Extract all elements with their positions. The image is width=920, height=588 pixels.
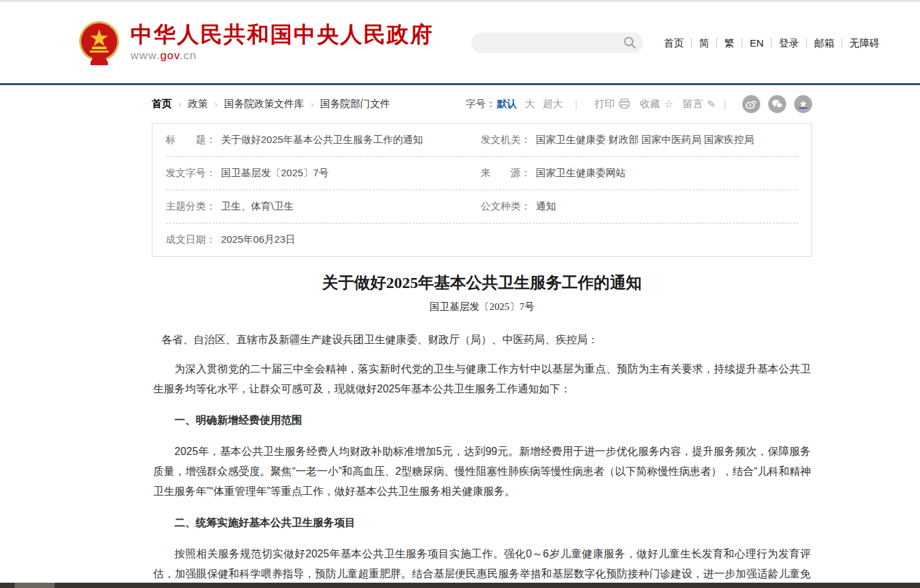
meta-empty-cell [481, 233, 798, 246]
meta-row-date: 成文日期： 2025年06月23日 [166, 223, 798, 256]
nav-mailbox[interactable]: 邮箱 [806, 38, 841, 48]
toolbar-divider: | [575, 98, 577, 110]
meta-row-category-type: 主题分类： 卫生、体育\卫生 公文种类： 通知 [166, 190, 798, 223]
meta-source-value: 国家卫生健康委网站 [536, 167, 626, 180]
pencil-icon: ✎ [707, 98, 716, 110]
article-section-heading-2: 二、统筹实施好基本公共卫生服务项目 [153, 513, 811, 533]
breadcrumb-department-docs[interactable]: 国务院部门文件 [320, 98, 390, 110]
wechat-icon [772, 99, 783, 108]
search-icon[interactable] [623, 36, 636, 49]
article-paragraph: 按照相关服务规范切实做好2025年基本公共卫生服务项目实施工作。强化0～6岁儿童… [153, 544, 811, 588]
meta-category-label: 主题分类： [166, 200, 216, 213]
article-doc-number: 国卫基层发〔2025〕7号 [152, 301, 812, 313]
font-size-large-button[interactable]: 大 [525, 98, 535, 110]
meta-source-label: 来 源： [481, 167, 531, 180]
favorite-label: 收藏 [640, 98, 660, 110]
breadcrumb-toolbar-row: 首页 › 政策 › 国务院政策文件库 › 国务院部门文件 字号： 默认 大 超大… [152, 96, 812, 112]
nav-home[interactable]: 首页 [656, 38, 691, 48]
breadcrumb: 首页 › 政策 › 国务院政策文件库 › 国务院部门文件 [152, 98, 390, 110]
nav-accessibility[interactable]: 无障碍 [841, 38, 887, 48]
article-body: 各省、自治区、直辖市及新疆生产建设兵团卫生健康委、财政厅（局）、中医药局、疾控局… [152, 330, 812, 588]
meta-category-value: 卫生、体育\卫生 [221, 200, 294, 213]
meta-type-label: 公文种类： [481, 200, 531, 213]
breadcrumb-separator: › [208, 99, 224, 109]
site-title: 中华人民共和国中央人民政府 [130, 23, 433, 47]
breadcrumb-separator: › [172, 99, 188, 109]
meta-topic-category: 主题分类： 卫生、体育\卫生 [166, 200, 481, 213]
breadcrumb-separator: › [304, 99, 320, 109]
nav-login[interactable]: 登录 [771, 38, 806, 48]
header-divider [0, 83, 920, 85]
url-suffix: .cn [180, 49, 197, 62]
article-title: 关于做好2025年基本公共卫生服务工作的通知 [152, 272, 812, 293]
search-box[interactable] [471, 33, 643, 53]
meta-issue-date: 成文日期： 2025年06月23日 [166, 233, 481, 246]
meta-agency-label: 发文机关： [481, 134, 531, 146]
page-footer-bar [0, 583, 920, 588]
meta-title-label: 标 题： [166, 134, 216, 146]
share-buttons: ★ [734, 95, 812, 113]
meta-date-label: 成文日期： [166, 233, 216, 246]
font-size-xlarge-button[interactable]: 超大 [543, 98, 563, 110]
toolbar-divider: | [724, 98, 726, 110]
share-wechat-button[interactable] [768, 95, 786, 113]
article-paragraph: 2025年，基本公共卫生服务经费人均财政补助标准增加5元，达到99元。新增经费用… [153, 442, 811, 502]
meta-date-value: 2025年06月23日 [221, 233, 296, 246]
share-qzone-button[interactable]: ★ [794, 95, 812, 113]
meta-row-title-agency: 标 题： 关于做好2025年基本公共卫生服务工作的通知 发文机关： 国家卫生健康… [166, 124, 798, 157]
print-button[interactable]: 打印 [594, 98, 630, 110]
breadcrumb-home[interactable]: 首页 [152, 98, 172, 110]
qzone-star-icon: ★ [799, 99, 807, 108]
printer-icon [618, 98, 630, 109]
meta-issuing-agency: 发文机关： 国家卫生健康委 财政部 国家中医药局 国家疾控局 [481, 134, 798, 146]
meta-doc-number: 发文字号： 国卫基层发〔2025〕7号 [166, 167, 481, 180]
breadcrumb-policy-library[interactable]: 国务院政策文件库 [224, 98, 304, 110]
nav-traditional[interactable]: 繁 [716, 38, 742, 48]
share-weibo-button[interactable] [742, 95, 760, 113]
article-toolbar: 字号： 默认 大 超大 | 打印 收藏 ☆ 留言 ✎ | [465, 95, 812, 113]
font-size-label: 字号： [465, 98, 495, 110]
meta-agency-value: 国家卫生健康委 财政部 国家中医药局 国家疾控局 [536, 134, 754, 146]
document-meta-table: 标 题： 关于做好2025年基本公共卫生服务工作的通知 发文机关： 国家卫生健康… [152, 123, 812, 257]
footer-segment [15, 583, 55, 588]
national-emblem-logo[interactable] [79, 19, 120, 67]
site-url: www.gov.cn [130, 49, 433, 63]
meta-type-value: 通知 [536, 200, 556, 213]
meta-title-value: 关于做好2025年基本公共卫生服务工作的通知 [221, 134, 423, 146]
meta-row-number-source: 发文字号： 国卫基层发〔2025〕7号 来 源： 国家卫生健康委网站 [166, 157, 798, 190]
article-section-heading-1: 一、明确新增经费使用范围 [153, 410, 811, 430]
article-salutation: 各省、自治区、直辖市及新疆生产建设兵团卫生健康委、财政厅（局）、中医药局、疾控局… [153, 330, 811, 350]
search-input[interactable] [482, 37, 623, 48]
meta-doc-type: 公文种类： 通知 [481, 200, 798, 213]
nav-english[interactable]: EN [742, 38, 771, 48]
breadcrumb-policy[interactable]: 政策 [188, 98, 208, 110]
url-gov: gov [160, 49, 180, 62]
weibo-icon [746, 99, 757, 109]
article-paragraph: 为深入贯彻党的二十届三中全会精神，落实新时代党的卫生与健康工作方针中以基层为重点… [153, 359, 811, 399]
comment-button[interactable]: 留言 ✎ [683, 98, 716, 110]
favorite-button[interactable]: 收藏 ☆ [640, 98, 673, 110]
nav-simplified[interactable]: 简 [691, 38, 716, 48]
site-brand: 中华人民共和国中央人民政府 www.gov.cn [130, 23, 433, 63]
meta-title: 标 题： 关于做好2025年基本公共卫生服务工作的通知 [166, 134, 481, 146]
top-nav: 首页 简 繁 EN 登录 邮箱 无障碍 [656, 38, 887, 48]
meta-source: 来 源： 国家卫生健康委网站 [481, 167, 798, 180]
print-label: 打印 [594, 98, 614, 110]
url-prefix: www. [130, 49, 160, 62]
main-content: 首页 › 政策 › 国务院政策文件库 › 国务院部门文件 字号： 默认 大 超大… [152, 96, 812, 588]
meta-number-label: 发文字号： [166, 167, 216, 180]
meta-number-value: 国卫基层发〔2025〕7号 [221, 167, 329, 180]
font-size-default-button[interactable]: 默认 [497, 98, 517, 110]
comment-label: 留言 [683, 98, 703, 110]
star-icon: ☆ [664, 98, 673, 110]
site-header: 中华人民共和国中央人民政府 www.gov.cn 首页 简 繁 EN 登录 邮箱… [0, 2, 920, 83]
